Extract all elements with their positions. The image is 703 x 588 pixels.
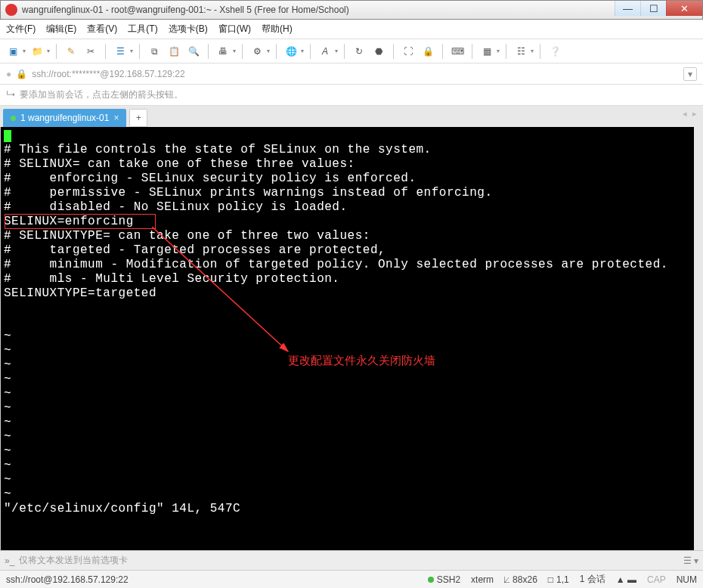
menu-options[interactable]: 选项卡(B): [169, 23, 208, 36]
connection-status-icon: [11, 116, 16, 121]
close-button[interactable]: ✕: [666, 1, 702, 16]
minimize-button[interactable]: —: [615, 1, 640, 16]
toolbar: ▣▾ 📁▾ ✎ ✂ ☰▾ ⧉ 📋 🔍 🖶▾ ⚙▾ 🌐▾ A▾ ↻ ⬣ ⛶ 🔒 ⌨…: [0, 39, 703, 63]
keyboard-icon[interactable]: ⌨: [449, 43, 466, 60]
address-go-button[interactable]: ▾: [683, 67, 697, 81]
status-bar: ssh://root@192.168.57.129:22 SSH2 xterm …: [0, 570, 703, 588]
status-dot-icon: [428, 577, 434, 583]
tab-bar: 1 wangruifenglinux-01 × + ◂ ▸: [0, 106, 703, 127]
globe-icon[interactable]: 🌐: [283, 43, 299, 60]
status-term: xterm: [471, 574, 494, 585]
font-icon[interactable]: A: [317, 43, 333, 60]
window-controls: — ☐ ✕: [615, 1, 702, 16]
status-ssh: SSH2: [437, 574, 460, 585]
menu-view[interactable]: 查看(V): [87, 23, 117, 36]
reconnect-icon[interactable]: ✎: [63, 43, 79, 60]
status-connection: ssh://root@192.168.57.129:22: [6, 574, 129, 585]
new-session-icon[interactable]: ▣: [5, 43, 21, 60]
open-folder-icon[interactable]: 📁: [29, 43, 45, 60]
address-url[interactable]: ssh://root:********@192.168.57.129:22: [32, 69, 184, 79]
bullet-icon: ●: [6, 69, 11, 79]
copy-icon[interactable]: ⧉: [146, 43, 163, 60]
annotation-text: 更改配置文件永久关闭防火墙: [288, 354, 435, 368]
status-num: NUM: [677, 574, 697, 585]
tab-close-icon[interactable]: ×: [113, 113, 119, 123]
maximize-button[interactable]: ☐: [640, 1, 666, 16]
stop-icon[interactable]: ⬣: [370, 43, 387, 60]
status-size: 88x26: [513, 574, 537, 585]
vertical-scrollbar[interactable]: [694, 127, 703, 550]
app-icon: [5, 4, 17, 16]
layout-icon[interactable]: ▦: [478, 43, 495, 60]
hint-text: 要添加当前会话，点击左侧的箭头按钮。: [20, 88, 183, 101]
window-titlebar: wangruifenglinux-01 - root@wangruifeng-0…: [0, 0, 703, 20]
status-pos: 1,1: [556, 574, 569, 585]
hint-bar: ⮡ 要添加当前会话，点击左侧的箭头按钮。: [0, 85, 703, 106]
status-cap: CAP: [647, 574, 666, 585]
find-icon[interactable]: 🔍: [185, 43, 202, 60]
list-icon[interactable]: ☷: [513, 43, 529, 60]
refresh-icon[interactable]: ↻: [351, 43, 367, 60]
print-icon[interactable]: 🖶: [215, 43, 231, 60]
menu-tools[interactable]: 工具(T): [128, 23, 157, 36]
tab-label: 1 wangruifenglinux-01: [20, 113, 109, 123]
window-title: wangruifenglinux-01 - root@wangruifeng-0…: [22, 5, 349, 15]
properties-icon[interactable]: ☰: [112, 43, 129, 60]
menu-help[interactable]: 帮助(H): [262, 23, 293, 36]
send-menu-button[interactable]: ☰ ▾: [683, 556, 698, 566]
disconnect-icon[interactable]: ✂: [82, 43, 99, 60]
add-session-icon[interactable]: ⮡: [6, 90, 15, 101]
menu-bar: 文件(F) 编辑(E) 查看(V) 工具(T) 选项卡(B) 窗口(W) 帮助(…: [0, 20, 703, 39]
terminal[interactable]: # This file controls the state of SELinu…: [0, 127, 703, 550]
settings-icon[interactable]: ⚙: [249, 43, 265, 60]
menu-window[interactable]: 窗口(W): [218, 23, 251, 36]
menu-file[interactable]: 文件(F): [6, 23, 36, 36]
lock-small-icon: 🔒: [16, 69, 27, 79]
lock-icon[interactable]: 🔒: [420, 43, 436, 60]
status-sessions: 1 会话: [580, 573, 605, 586]
fullscreen-icon[interactable]: ⛶: [400, 43, 417, 60]
menu-edit[interactable]: 编辑(E): [46, 23, 76, 36]
new-tab-button[interactable]: +: [129, 109, 147, 127]
tab-nav-arrows[interactable]: ◂ ▸: [683, 109, 698, 119]
paste-icon[interactable]: 📋: [166, 43, 182, 60]
help-icon[interactable]: ❔: [547, 43, 563, 60]
send-icon[interactable]: »_: [5, 556, 14, 566]
send-placeholder[interactable]: 仅将文本发送到当前选项卡: [19, 554, 128, 567]
session-tab[interactable]: 1 wangruifenglinux-01 ×: [3, 109, 126, 127]
address-bar: ● 🔒 ssh://root:********@192.168.57.129:2…: [0, 63, 703, 85]
send-bar: »_ 仅将文本发送到当前选项卡 ☰ ▾: [0, 550, 703, 570]
